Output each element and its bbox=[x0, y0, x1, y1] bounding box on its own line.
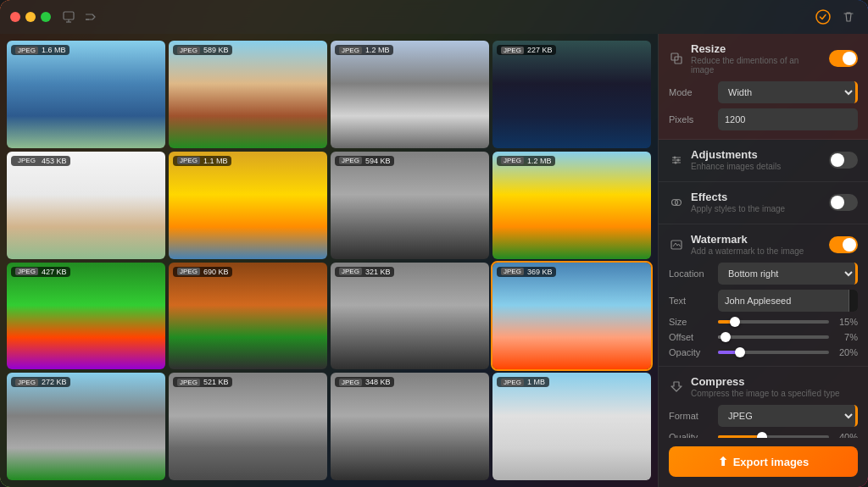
resize-mode-select[interactable]: Width Height Long Edge bbox=[718, 81, 858, 103]
image-badge: JPEG1.2 MB bbox=[335, 45, 393, 55]
watermark-size-slider[interactable] bbox=[718, 320, 829, 324]
compress-subtitle: Compress the image to a specified type bbox=[691, 389, 858, 398]
trash-icon[interactable] bbox=[839, 8, 858, 26]
effects-title-wrap: Effects Apply styles to the image bbox=[691, 191, 822, 213]
image-format-badge: JPEG bbox=[177, 268, 200, 275]
compress-quality-slider[interactable] bbox=[718, 435, 829, 438]
image-format-badge: JPEG bbox=[339, 379, 362, 386]
watermark-text-label: Text bbox=[669, 296, 713, 306]
resize-pixels-label: Pixels bbox=[669, 114, 713, 125]
watermark-location-label: Location bbox=[669, 268, 713, 279]
image-cell[interactable]: JPEG1.6 MB bbox=[7, 41, 165, 148]
titlebar-right bbox=[814, 8, 858, 26]
adjustments-section: Adjustments Enhance images details bbox=[659, 140, 868, 182]
image-cell[interactable]: JPEG1.2 MB bbox=[492, 152, 651, 259]
effects-icon bbox=[669, 195, 684, 210]
compress-quality-knob[interactable] bbox=[757, 432, 767, 438]
watermark-controls: Location Bottom right Bottom left Top ri… bbox=[669, 263, 858, 357]
image-cell[interactable]: JPEG453 KB bbox=[7, 152, 165, 259]
resize-mode-row: Mode Width Height Long Edge bbox=[669, 81, 858, 103]
image-cell[interactable]: JPEG227 KB bbox=[492, 41, 651, 148]
image-grid: JPEG1.6 MBJPEG589 KBJPEG1.2 MBJPEG227 KB… bbox=[7, 41, 651, 480]
watermark-opacity-value: 20% bbox=[834, 347, 858, 357]
compress-format-select[interactable]: JPEG PNG WebP HEIC bbox=[718, 405, 858, 427]
resize-mode-label: Mode bbox=[669, 87, 713, 97]
watermark-title: Watermark bbox=[691, 233, 822, 246]
image-size-badge: 348 KB bbox=[365, 378, 391, 386]
image-cell[interactable]: JPEG1.1 MB bbox=[169, 152, 327, 259]
image-cell[interactable]: JPEG521 KB bbox=[169, 373, 327, 480]
image-badge: JPEG1 MB bbox=[497, 377, 549, 387]
image-cell[interactable]: JPEG427 KB bbox=[7, 263, 165, 370]
app-content: JPEG1.6 MBJPEG589 KBJPEG1.2 MBJPEG227 KB… bbox=[0, 0, 868, 487]
watermark-size-knob[interactable] bbox=[730, 317, 740, 327]
watermark-size-row: Size 15% bbox=[669, 317, 858, 327]
image-format-badge: JPEG bbox=[501, 379, 524, 386]
svg-point-9 bbox=[674, 156, 676, 158]
image-size-badge: 589 KB bbox=[203, 46, 229, 54]
resize-pixels-row: Pixels bbox=[669, 108, 858, 130]
image-cell[interactable]: JPEG1.2 MB bbox=[331, 41, 489, 148]
watermark-offset-knob[interactable] bbox=[721, 332, 731, 342]
watermark-opacity-knob[interactable] bbox=[735, 347, 745, 357]
compress-header: Compress Compress the image to a specifi… bbox=[669, 375, 858, 398]
close-button[interactable] bbox=[10, 12, 20, 22]
watermark-opacity-row: Opacity 20% bbox=[669, 347, 858, 357]
image-grid-container: JPEG1.6 MBJPEG589 KBJPEG1.2 MBJPEG227 KB… bbox=[0, 34, 658, 487]
watermark-toggle[interactable] bbox=[829, 236, 858, 253]
svg-rect-0 bbox=[64, 12, 74, 19]
image-badge: JPEG369 KB bbox=[497, 267, 556, 277]
image-cell[interactable]: JPEG690 KB bbox=[169, 263, 327, 370]
effects-toggle[interactable] bbox=[829, 194, 858, 211]
watermark-text-input-wrap bbox=[718, 290, 858, 312]
watermark-text-color-swatch[interactable] bbox=[849, 290, 858, 312]
adjustments-toggle[interactable] bbox=[829, 152, 858, 169]
image-cell[interactable]: JPEG348 KB bbox=[331, 373, 489, 480]
image-badge: JPEG521 KB bbox=[173, 377, 232, 387]
resize-pixels-input[interactable] bbox=[718, 108, 858, 130]
monitor-icon[interactable] bbox=[61, 9, 76, 25]
image-cell[interactable]: JPEG589 KB bbox=[169, 41, 327, 148]
image-size-badge: 453 KB bbox=[42, 157, 67, 165]
resize-controls: Mode Width Height Long Edge Pixels bbox=[669, 81, 858, 130]
image-size-badge: 1.2 MB bbox=[365, 46, 390, 54]
image-cell[interactable]: JPEG321 KB bbox=[331, 263, 489, 370]
maximize-button[interactable] bbox=[41, 12, 51, 22]
minimize-button[interactable] bbox=[25, 12, 36, 22]
effects-subtitle: Apply styles to the image bbox=[691, 204, 822, 213]
watermark-location-select[interactable]: Bottom right Bottom left Top right Top l… bbox=[718, 263, 858, 285]
export-button[interactable]: ⬆ Export images bbox=[669, 446, 858, 477]
compress-icon bbox=[669, 379, 684, 395]
compress-title-wrap: Compress Compress the image to a specifi… bbox=[691, 375, 858, 398]
image-format-badge: JPEG bbox=[177, 379, 200, 386]
shuffle-icon[interactable] bbox=[83, 9, 98, 25]
resize-toggle[interactable] bbox=[829, 50, 858, 67]
image-size-badge: 427 KB bbox=[42, 268, 67, 276]
traffic-lights bbox=[10, 12, 51, 22]
resize-toggle-knob bbox=[843, 52, 856, 65]
image-format-badge: JPEG bbox=[15, 379, 38, 386]
image-size-badge: 521 KB bbox=[203, 378, 229, 386]
image-badge: JPEG348 KB bbox=[335, 377, 394, 387]
image-badge: JPEG690 KB bbox=[173, 267, 232, 277]
image-badge: JPEG1.1 MB bbox=[173, 156, 231, 166]
image-cell[interactable]: JPEG369 KB bbox=[492, 263, 651, 370]
image-format-badge: JPEG bbox=[339, 157, 362, 164]
image-cell[interactable]: JPEG1 MB bbox=[492, 373, 651, 480]
image-size-badge: 1.2 MB bbox=[527, 157, 552, 165]
watermark-opacity-slider[interactable] bbox=[718, 351, 829, 354]
watermark-text-input[interactable] bbox=[718, 296, 849, 306]
watermark-offset-slider[interactable] bbox=[718, 335, 829, 339]
check-icon[interactable] bbox=[814, 8, 832, 26]
image-cell[interactable]: JPEG272 KB bbox=[7, 373, 165, 480]
compress-quality-row: Quality 40% bbox=[669, 432, 858, 438]
image-size-badge: 1.6 MB bbox=[42, 46, 66, 54]
image-badge: JPEG321 KB bbox=[335, 267, 394, 277]
resize-section: Resize Reduce the dimentions of an image… bbox=[659, 34, 868, 140]
image-size-badge: 594 KB bbox=[365, 157, 391, 165]
image-cell[interactable]: JPEG594 KB bbox=[331, 152, 489, 259]
watermark-offset-value: 7% bbox=[834, 332, 858, 342]
titlebar bbox=[0, 0, 868, 34]
watermark-header: Watermark Add a watermark to the image bbox=[669, 233, 858, 256]
adjustments-toggle-knob bbox=[831, 153, 844, 167]
